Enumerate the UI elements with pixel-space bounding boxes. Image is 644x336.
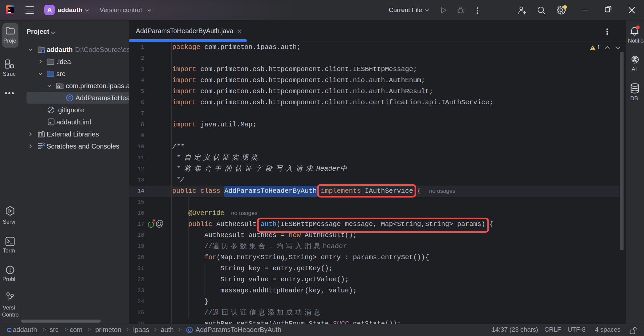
svg-text:C: C [68,96,71,100]
svg-text:C: C [188,328,191,333]
